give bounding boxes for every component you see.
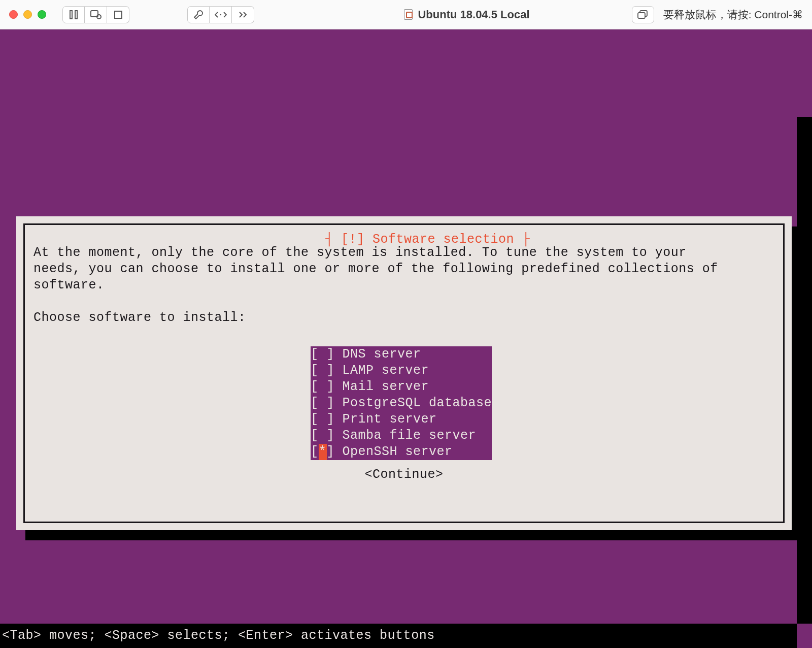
displays-icon [637,10,649,19]
software-item-print-server[interactable]: [ ] Print server [311,411,492,428]
software-item-lamp-server[interactable]: [ ] LAMP server [311,363,492,379]
dialog-body: At the moment, only the core of the syst… [33,245,774,326]
overflow-button[interactable] [232,6,254,23]
multi-display-button[interactable] [632,6,654,23]
stop-icon [114,11,122,19]
chevrons-right-icon [239,11,248,18]
release-mouse-hint: 要释放鼠标，请按: Control-⌘ [663,8,803,22]
software-item-openssh-server[interactable]: [*] OpenSSH server [311,444,492,460]
software-list[interactable]: [ ] DNS server [ ] LAMP server [ ] Mail … [311,346,492,460]
dialog-paragraph: At the moment, only the core of the syst… [33,245,718,293]
window-minimize-button[interactable] [23,10,32,19]
snapshot-button[interactable] [85,6,107,23]
svg-rect-7 [638,13,645,18]
titlebar-right-cluster: 要释放鼠标，请按: Control-⌘ [632,6,803,23]
toolbar-group-vm-controls [62,6,129,23]
software-item-samba-file-server[interactable]: [ ] Samba file server [311,428,492,444]
settings-button[interactable] [187,6,210,23]
window-zoom-button[interactable] [38,10,46,19]
window-title: Ubuntu 18.04.5 Local [404,8,529,21]
svg-rect-4 [115,11,122,18]
toolbar-group-tools [187,6,254,23]
software-item-postgresql-database[interactable]: [ ] PostgreSQL database [311,395,492,411]
software-selection-dialog: ┤ [!] Software selection ├ At the moment… [16,216,792,530]
dialog-prompt: Choose software to install: [33,310,246,325]
pause-button[interactable] [62,6,85,23]
resize-icon [215,11,227,18]
svg-rect-1 [75,11,77,19]
pause-icon [70,10,78,19]
stop-button[interactable] [107,6,129,23]
window-close-button[interactable] [9,10,18,19]
software-item-mail-server[interactable]: [ ] Mail server [311,379,492,395]
help-bar: <Tab> moves; <Space> selects; <Enter> ac… [0,624,797,648]
continue-button[interactable]: <Continue> [16,467,792,482]
traffic-lights [9,10,46,19]
svg-point-5 [220,14,221,15]
vm-display[interactable]: ┤ [!] Software selection ├ At the moment… [0,29,812,648]
vm-file-icon [404,9,413,20]
snapshot-icon [90,10,101,19]
resize-button[interactable] [210,6,232,23]
software-item-dns-server[interactable]: [ ] DNS server [311,346,492,363]
svg-rect-0 [70,11,72,19]
wrench-icon [193,10,204,20]
window-title-text: Ubuntu 18.04.5 Local [418,8,529,21]
mac-titlebar: Ubuntu 18.04.5 Local 要释放鼠标，请按: Control-⌘ [0,0,812,29]
